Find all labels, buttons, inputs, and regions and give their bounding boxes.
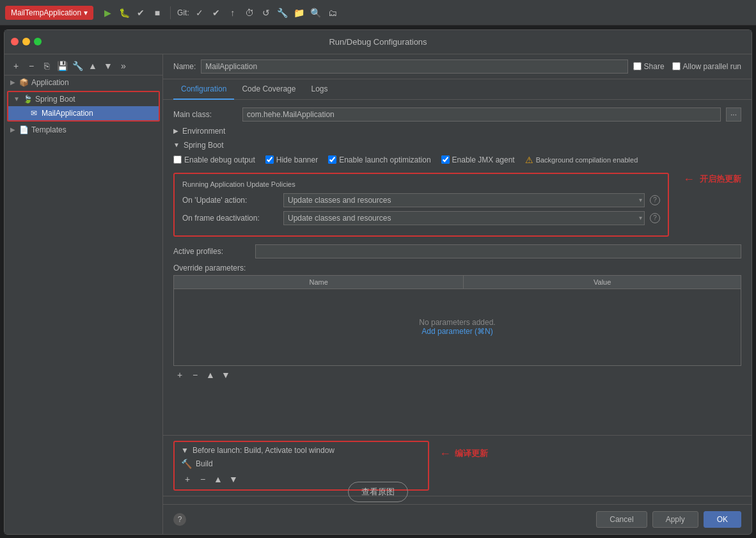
debug-icon[interactable]: 🐛 [118, 6, 130, 19]
app-name: MailTempApplication [11, 8, 81, 17]
frame-deactivation-help-button[interactable]: ? [650, 213, 660, 223]
view-original-button[interactable]: 查看原图 [348, 482, 408, 502]
view-original-area: 查看原图 [163, 496, 752, 504]
debug-output-checkbox[interactable] [173, 155, 182, 164]
move-param-up-button[interactable]: ▲ [204, 368, 217, 381]
name-label: Name: [173, 62, 196, 71]
apply-button[interactable]: Apply [652, 511, 698, 528]
sort-down-button[interactable]: ▼ [102, 59, 114, 72]
copy-config-button[interactable]: ⎘ [40, 59, 53, 72]
before-launch-title: Before launch: Build, Activate tool wind… [193, 446, 335, 455]
expand-application-icon: ▶ [10, 79, 16, 86]
environment-expand-icon: ▶ [173, 127, 178, 134]
col-name-header: Name [174, 275, 464, 289]
before-launch-expand-icon: ▼ [181, 446, 189, 455]
application-icon: 📦 [19, 77, 29, 88]
dialog-titlebar: Run/Debug Configurations [4, 30, 752, 54]
move-param-down-button[interactable]: ▼ [219, 368, 232, 381]
main-content: Name: Share Allow parallel run [163, 54, 752, 534]
checkboxes-row: Enable debug output Hide banner Enable l… [173, 155, 741, 165]
remove-config-button[interactable]: − [25, 59, 38, 72]
sidebar-item-application-label: Application [31, 78, 69, 87]
stop-icon[interactable]: ■ [151, 6, 164, 19]
main-class-row: Main class: com.hehe.MailApplication ··· [173, 107, 741, 122]
spring-boot-section-header[interactable]: ▼ Spring Boot [173, 141, 741, 150]
hide-banner-checkbox-label[interactable]: Hide banner [265, 155, 318, 164]
maximize-button[interactable] [34, 38, 42, 45]
compile-annotation-text: 编译更新 [455, 448, 488, 459]
environment-section-header[interactable]: ▶ Environment [173, 127, 741, 136]
settings-icon[interactable]: 🔧 [276, 6, 289, 19]
tab-logs[interactable]: Logs [303, 79, 335, 100]
cancel-button[interactable]: Cancel [596, 511, 647, 528]
remove-param-button[interactable]: − [189, 368, 201, 381]
add-before-launch-button[interactable]: + [181, 473, 194, 486]
sort-up-button[interactable]: ▲ [86, 59, 99, 72]
parallel-run-checkbox[interactable] [672, 62, 681, 70]
config-panel: Main class: com.hehe.MailApplication ···… [163, 100, 752, 435]
hot-update-annotation: ← 开启热更新 [683, 173, 741, 186]
git-check-icon[interactable]: ✔ [210, 6, 223, 19]
main-class-browse-button[interactable]: ··· [726, 107, 741, 122]
more-options-button[interactable]: » [117, 59, 130, 72]
add-param-button[interactable]: + [173, 368, 186, 381]
name-input[interactable] [201, 59, 627, 74]
tab-code-coverage[interactable]: Code Coverage [234, 79, 303, 100]
app-dropdown[interactable]: MailTempApplication ▾ [5, 6, 93, 20]
frame-deactivation-row: On frame deactivation: Update classes an… [182, 211, 660, 225]
sidebar: + − ⎘ 💾 🔧 ▲ ▼ » ▶ 📦 Application [4, 54, 163, 534]
spring-boot-icon: 🍃 [22, 94, 33, 104]
move-before-launch-down-button[interactable]: ▼ [227, 473, 240, 486]
before-launch-header[interactable]: ▼ Before launch: Build, Activate tool wi… [181, 446, 421, 455]
build-label: Build [196, 459, 213, 468]
folder-icon[interactable]: 📁 [293, 6, 306, 19]
sidebar-item-mail-application[interactable]: ✉ MailApplication [8, 106, 159, 120]
compile-arrow-icon: ← [439, 447, 451, 461]
frame-deactivation-select[interactable]: Update classes and resources Update clas… [283, 211, 645, 225]
spring-boot-label: Spring Boot [184, 141, 224, 150]
parallel-run-checkbox-label[interactable]: Allow parallel run [672, 62, 741, 71]
run-icon[interactable]: ▶ [101, 6, 114, 19]
hide-banner-checkbox[interactable] [265, 155, 274, 164]
update-action-help-button[interactable]: ? [650, 195, 660, 205]
update-policies-box: Running Application Update Policies On '… [173, 173, 669, 237]
git-push-icon[interactable]: ↑ [226, 6, 239, 19]
close-button[interactable] [11, 38, 19, 45]
frame-deactivation-select-wrapper: Update classes and resources Update clas… [283, 211, 645, 225]
sidebar-item-spring-boot[interactable]: ▼ 🍃 Spring Boot [8, 92, 159, 106]
enable-jmx-checkbox[interactable] [441, 155, 450, 164]
share-checkbox[interactable] [633, 62, 642, 70]
coverage-icon[interactable]: ✔ [134, 6, 147, 19]
git-history-icon[interactable]: ⏱ [243, 6, 256, 19]
params-table-toolbar: + − ▲ ▼ [173, 366, 741, 384]
git-revert-icon[interactable]: ↺ [260, 6, 272, 19]
help-button[interactable]: ? [173, 513, 186, 526]
enable-launch-checkbox[interactable] [328, 155, 336, 164]
sidebar-item-templates[interactable]: ▶ 📄 Templates [4, 123, 162, 137]
remove-before-launch-button[interactable]: − [196, 473, 209, 486]
policies-title: Running Application Update Policies [182, 180, 660, 188]
move-before-launch-up-button[interactable]: ▲ [212, 473, 224, 486]
enable-jmx-checkbox-label[interactable]: Enable JMX agent [441, 155, 515, 164]
save-config-button[interactable]: 💾 [56, 59, 68, 72]
ok-button[interactable]: OK [704, 511, 741, 528]
settings-config-button[interactable]: 🔧 [71, 59, 84, 72]
tabs-bar: Configuration Code Coverage Logs [163, 79, 752, 100]
minimize-button[interactable] [22, 38, 30, 45]
update-action-select[interactable]: Update classes and resources Update clas… [283, 193, 645, 207]
search-icon[interactable]: 🔍 [310, 6, 322, 19]
enable-launch-checkbox-label[interactable]: Enable launch optimization [328, 155, 430, 164]
sidebar-item-application[interactable]: ▶ 📦 Application [4, 75, 162, 90]
tab-configuration[interactable]: Configuration [173, 79, 234, 100]
share-checkbox-label[interactable]: Share [633, 62, 665, 71]
debug-output-checkbox-label[interactable]: Enable debug output [173, 155, 255, 164]
more-icon[interactable]: 🗂 [326, 6, 339, 19]
git-commit-icon[interactable]: ✓ [193, 6, 206, 19]
dropdown-arrow: ▾ [84, 8, 88, 17]
add-parameter-link[interactable]: Add parameter (⌘N) [179, 327, 736, 336]
add-config-button[interactable]: + [10, 59, 22, 72]
main-class-input[interactable] [242, 107, 721, 122]
before-launch-section: ▼ Before launch: Build, Activate tool wi… [163, 435, 752, 496]
policies-area: Running Application Update Policies On '… [173, 173, 741, 244]
active-profiles-input[interactable] [255, 244, 741, 258]
